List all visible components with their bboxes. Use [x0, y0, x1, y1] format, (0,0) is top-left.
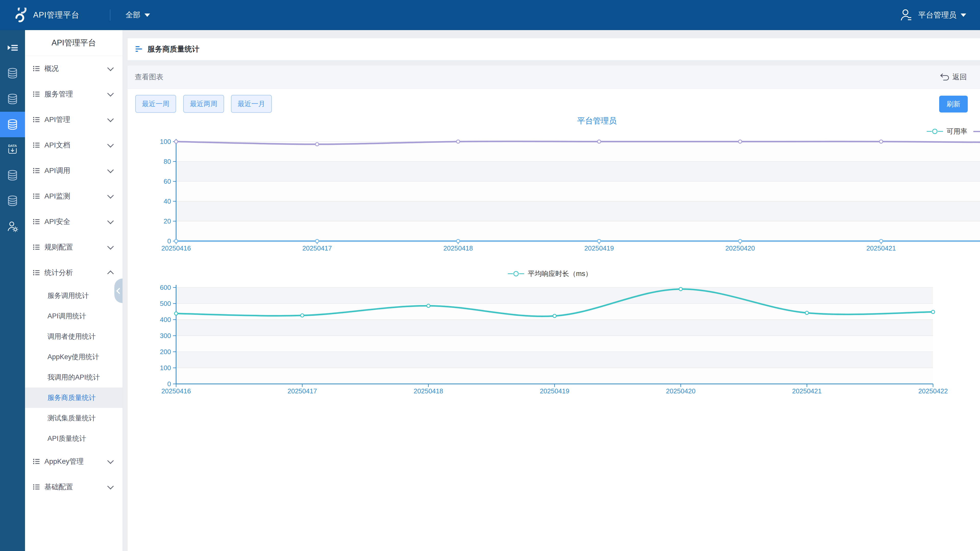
sidebar-item-API调用[interactable]: API调用 [25, 158, 123, 183]
rail-database-icon-4[interactable] [0, 188, 25, 213]
submenu-item-label: AppKey使用统计 [48, 352, 99, 362]
rail-database-icon-active[interactable] [0, 112, 25, 137]
submenu-item-label: 服务商质量统计 [48, 393, 96, 402]
icon-rail: DATA [0, 30, 25, 551]
sidebar-item-API管理[interactable]: API管理 [25, 107, 123, 132]
refresh-button[interactable]: 刷新 [939, 96, 968, 113]
chevron-down-icon [145, 14, 150, 17]
sidebar-item-label: API调用 [45, 166, 108, 176]
svg-text:500: 500 [160, 300, 171, 307]
availability-chart: 0204060801002025041620250417202504182025… [127, 133, 980, 255]
response-time-legend[interactable]: 平均响应时长（ms） [508, 269, 592, 278]
submenu-item-API质量统计[interactable]: API质量统计 [25, 428, 123, 449]
back-button-label: 返回 [953, 72, 967, 82]
filter-last-month-button[interactable]: 最近一月 [231, 95, 272, 113]
sidebar-item-服务管理[interactable]: 服务管理 [25, 81, 123, 107]
sidebar-item-统计分析[interactable]: 统计分析 [25, 260, 123, 286]
sidebar-collapse-handle[interactable] [115, 279, 123, 303]
scope-selector[interactable]: 全部 [126, 10, 150, 20]
submenu-item-label: API质量统计 [48, 434, 86, 443]
chevron-up-icon [107, 270, 114, 277]
rail-database-icon-1[interactable] [0, 60, 25, 86]
svg-text:20250421: 20250421 [792, 387, 822, 395]
page-header: 服务商质量统计 [127, 38, 980, 60]
main-content: 服务商质量统计 查看图表 返回 最近一周 最近两周 最近一月 刷新 平台管理员 [127, 30, 980, 551]
filter-last-week-button[interactable]: 最近一周 [135, 95, 176, 113]
submenu-item-AppKey使用统计[interactable]: AppKey使用统计 [25, 347, 123, 367]
return-arrow-icon [940, 73, 950, 81]
list-icon [33, 141, 40, 149]
sidebar-item-基础配置[interactable]: 基础配置 [25, 474, 123, 500]
sidebar-item-label: 基础配置 [45, 482, 108, 492]
sidebar-item-API监测[interactable]: API监测 [25, 183, 123, 209]
submenu-item-label: API调用统计 [48, 311, 86, 321]
submenu-item-API调用统计[interactable]: API调用统计 [25, 306, 123, 326]
rail-user-settings-icon[interactable] [0, 213, 25, 239]
sidebar-item-label: API文档 [45, 140, 108, 150]
svg-text:0: 0 [167, 237, 171, 245]
topbar-divider [110, 10, 110, 21]
svg-text:20: 20 [164, 218, 171, 225]
sidebar-item-label: API监测 [45, 191, 108, 201]
chevron-down-icon [107, 218, 114, 224]
svg-text:20250417: 20250417 [302, 245, 332, 252]
legend-line-circle-icon [508, 271, 524, 277]
svg-text:300: 300 [160, 332, 171, 340]
submenu-item-调用者使用统计[interactable]: 调用者使用统计 [25, 326, 123, 347]
chevron-down-icon [107, 483, 114, 489]
chevron-down-icon [107, 243, 114, 249]
sidebar-item-label: 概况 [45, 64, 108, 73]
service-provider-quality-page: { "topbar": { "app_title": "API管理平台", "s… [0, 0, 980, 551]
toolbar-label: 查看图表 [135, 72, 940, 82]
chevron-down-icon [107, 65, 114, 71]
filter-two-weeks-button[interactable]: 最近两周 [183, 95, 224, 113]
list-icon [33, 167, 40, 175]
rail-data-box-icon[interactable]: DATA [0, 137, 25, 162]
submenu-item-服务商质量统计[interactable]: 服务商质量统计 [25, 387, 123, 408]
back-button[interactable]: 返回 [940, 72, 967, 82]
sidebar-item-label: AppKey管理 [45, 457, 108, 466]
sidebar-item-AppKey管理[interactable]: AppKey管理 [25, 449, 123, 474]
list-icon [33, 90, 40, 98]
chevron-down-icon [107, 167, 114, 173]
svg-text:20250422: 20250422 [918, 387, 948, 395]
sidebar: API管理平台 概况服务管理API管理API文档API调用API监测API安全规… [25, 30, 123, 551]
svg-text:20250421: 20250421 [866, 245, 896, 252]
sidebar-menu: 概况服务管理API管理API文档API调用API监测API安全规则配置统计分析服… [25, 56, 123, 500]
topbar: API管理平台 全部 平台管理员 [0, 0, 980, 30]
sidebar-item-label: 统计分析 [45, 268, 108, 278]
svg-text:20250417: 20250417 [287, 387, 317, 395]
sidebar-item-API安全[interactable]: API安全 [25, 209, 123, 234]
submenu-item-label: 我调用的API统计 [48, 373, 100, 382]
svg-text:40: 40 [164, 197, 171, 205]
list-icon [33, 269, 40, 276]
svg-text:400: 400 [160, 316, 171, 324]
chevron-down-icon [107, 192, 114, 198]
rail-database-icon-2[interactable] [0, 86, 25, 112]
app-logo-icon [12, 8, 27, 22]
chevron-down-icon [107, 116, 114, 122]
list-icon [33, 218, 40, 225]
svg-text:80: 80 [164, 158, 171, 165]
submenu-item-测试集质量统计[interactable]: 测试集质量统计 [25, 408, 123, 428]
legend-label: 平均响应时长（ms） [528, 269, 592, 278]
chart-title: 平台管理员 [577, 116, 617, 126]
submenu-item-服务调用统计[interactable]: 服务调用统计 [25, 286, 123, 306]
sidebar-item-API文档[interactable]: API文档 [25, 132, 123, 158]
chevron-down-icon [107, 457, 114, 464]
submenu-item-我调用的API统计[interactable]: 我调用的API统计 [25, 367, 123, 387]
rail-database-icon-3[interactable] [0, 162, 25, 188]
sidebar-item-规则配置[interactable]: 规则配置 [25, 234, 123, 260]
sidebar-item-label: 规则配置 [45, 242, 108, 252]
user-name: 平台管理员 [918, 10, 956, 21]
sidebar-item-label: 服务管理 [45, 89, 108, 99]
svg-text:600: 600 [160, 284, 171, 291]
sidebar-toggle-icon[interactable] [0, 35, 25, 60]
list-icon [33, 483, 40, 491]
svg-text:100: 100 [160, 364, 171, 372]
scope-selector-label: 全部 [126, 10, 140, 20]
user-menu[interactable]: 平台管理员 [899, 8, 966, 22]
clipped-legend-fragment [974, 131, 980, 132]
app-title: API管理平台 [33, 10, 80, 21]
sidebar-item-概况[interactable]: 概况 [25, 56, 123, 81]
